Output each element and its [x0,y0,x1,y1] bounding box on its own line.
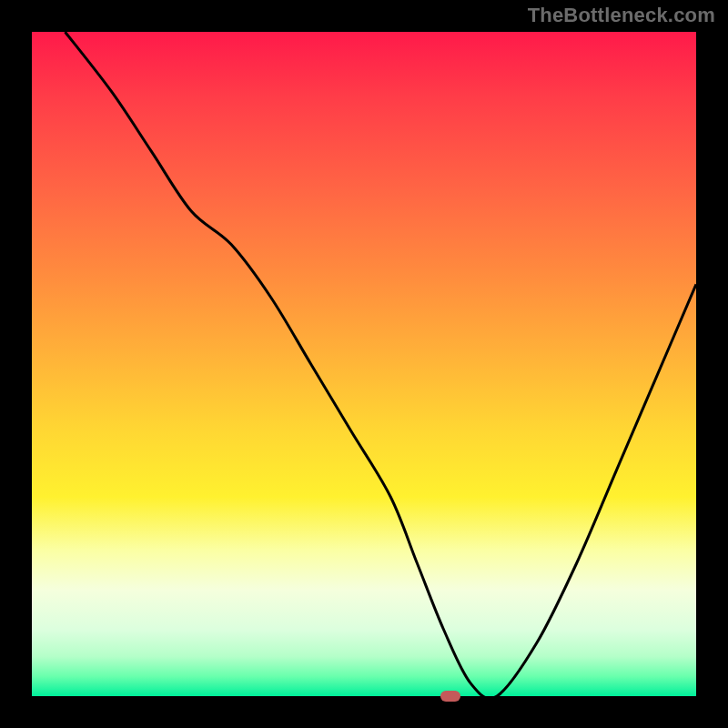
curve-path [66,32,697,696]
plot-area [32,32,696,696]
bottleneck-curve [32,32,696,696]
optimal-point-marker [440,691,460,702]
chart-frame: TheBottleneck.com [0,0,728,728]
watermark-text: TheBottleneck.com [528,4,715,27]
